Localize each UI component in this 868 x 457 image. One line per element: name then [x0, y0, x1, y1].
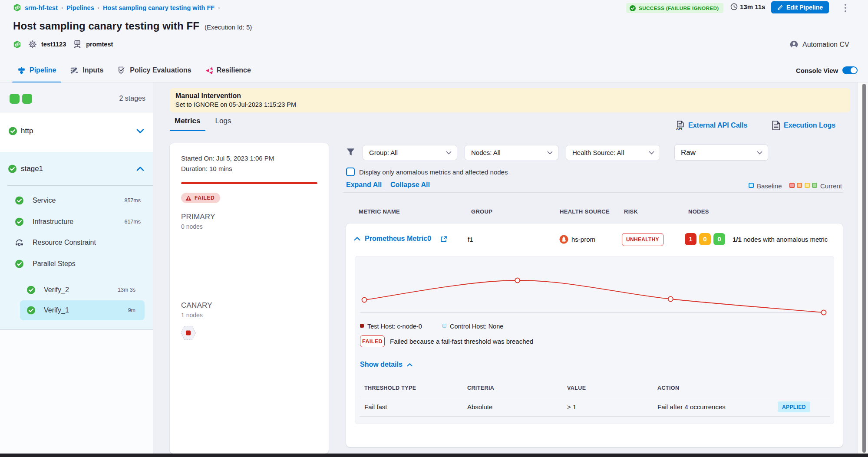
stage-status-square — [10, 94, 20, 104]
threshold-type-cell: Fail fast — [364, 403, 387, 411]
tab-inputs[interactable]: Inputs — [65, 58, 109, 82]
success-check-icon — [8, 164, 17, 173]
metric-timeseries-chart[interactable] — [355, 256, 835, 317]
success-check-icon — [15, 218, 23, 226]
step-item-verify-1[interactable]: Verify_1 9m — [0, 300, 153, 321]
divider — [360, 416, 830, 417]
chevron-down-icon — [649, 151, 654, 155]
stage-status-square — [22, 94, 32, 104]
raw-mode-dropdown[interactable]: Raw — [674, 145, 768, 161]
success-check-icon — [9, 127, 17, 135]
chevron-down-icon[interactable] — [136, 129, 144, 134]
execution-logs-link[interactable]: Execution Logs — [772, 121, 835, 130]
srm-module-icon — [13, 3, 21, 12]
expand-all-link[interactable]: Expand All — [346, 181, 382, 189]
console-view-control: Console View — [796, 58, 858, 82]
pencil-icon — [777, 4, 783, 10]
external-api-calls-link[interactable]: API External API Calls — [676, 121, 747, 130]
metric-name-link[interactable]: Prometheus Metric0 — [365, 235, 431, 243]
canary-node-count: 1 nodes — [181, 312, 203, 319]
view-tabs: Pipeline Inputs Policy Evaluations Resil… — [12, 58, 256, 82]
health-source-filter-dropdown[interactable]: Health Source: All — [566, 145, 660, 160]
status-badge: SUCCESS (FAILURE IGNORED) — [626, 3, 723, 13]
service-env-icon — [73, 40, 82, 49]
primary-node-count: 0 nodes — [181, 223, 203, 230]
criteria-cell: Absolute — [467, 403, 492, 411]
stage-item-stage1[interactable]: stage1 — [0, 152, 153, 185]
nodes-summary: 1/1 nodes with anomalous metric — [733, 236, 828, 243]
filter-funnel-icon[interactable] — [346, 148, 355, 157]
group-filter-dropdown[interactable]: Group: All — [363, 145, 457, 160]
column-criteria: CRITERIA — [467, 385, 494, 391]
column-action: ACTION — [657, 385, 679, 391]
collapse-row-chevron-icon[interactable] — [354, 237, 360, 241]
breadcrumb-project[interactable]: srm-hf-test — [25, 4, 58, 11]
tab-pipeline[interactable]: Pipeline — [12, 58, 61, 82]
breadcrumb-pipelines[interactable]: Pipelines — [66, 4, 94, 11]
column-metric-name: METRIC NAME — [359, 208, 400, 215]
nodes-filter-dropdown[interactable]: Nodes: All — [465, 145, 558, 160]
pipeline-meta: test1123 promtest — [13, 39, 113, 49]
legend-baseline-label: Baseline — [757, 182, 782, 190]
execution-stages-sidebar: 2 stages http stage1 Service 857ms Infra… — [0, 82, 153, 454]
breadcrumb: srm-hf-test › Pipelines › Host sampling … — [13, 3, 220, 12]
node-count-amber: 0 — [699, 233, 711, 245]
anomalous-only-checkbox[interactable] — [346, 168, 355, 176]
primary-group-label: PRIMARY — [181, 213, 215, 221]
user-name: Automation CV — [802, 41, 849, 49]
control-host-swatch — [442, 324, 446, 328]
risk-badge-unhealthy: UNHEALTHY — [622, 233, 663, 246]
step-item-infrastructure[interactable]: Infrastructure 617ms — [0, 211, 153, 232]
step-item-service[interactable]: Service 857ms — [0, 190, 153, 211]
step-item-resource-constraint[interactable]: Resource Constraint — [0, 232, 153, 253]
more-options-menu[interactable] — [842, 2, 849, 14]
metric-detail-panel: Test Host: c-node-0 Control Host: None F… — [355, 256, 834, 424]
scrollbar-thumb[interactable] — [862, 84, 866, 453]
column-threshold-type: THRESHOLD TYPE — [364, 385, 416, 391]
anomalous-only-label: Display only anomalous metrics and affec… — [359, 168, 508, 176]
step-item-verify-2[interactable]: Verify_2 13m 3s — [0, 279, 153, 300]
shield-check-icon — [117, 66, 126, 75]
collapse-all-link[interactable]: Collapse All — [390, 181, 430, 189]
success-check-icon — [15, 197, 23, 205]
stage-item-http[interactable]: http — [0, 112, 153, 150]
service-name[interactable]: test1123 — [41, 41, 66, 48]
view-tabbar: Pipeline Inputs Policy Evaluations Resil… — [0, 58, 868, 82]
breadcrumb-separator: › — [61, 4, 63, 11]
show-details-link[interactable]: Show details — [360, 361, 413, 368]
breadcrumb-separator: › — [98, 4, 99, 11]
tab-policy-evaluations[interactable]: Policy Evaluations — [112, 58, 196, 82]
console-view-label: Console View — [796, 67, 838, 74]
banner-title: Manual Intervention — [175, 92, 845, 100]
column-group: GROUP — [471, 208, 492, 215]
gear-icon — [28, 40, 37, 49]
window-bottom-edge — [0, 454, 868, 457]
srm-module-icon — [13, 40, 21, 49]
check-circle-icon — [630, 5, 636, 11]
step-item-parallel-steps[interactable]: Parallel Steps — [0, 253, 153, 274]
console-view-toggle[interactable] — [842, 66, 858, 74]
document-icon — [772, 121, 780, 130]
metric-accordion-card: Prometheus Metric0 f1 hs-prom UNHEALTHY … — [346, 224, 843, 447]
divider — [343, 192, 843, 193]
tab-resilience[interactable]: Resilience — [200, 58, 256, 82]
clock-icon — [730, 3, 738, 10]
stage-group-stage1: stage1 Service 857ms Infrastructure 617m… — [0, 152, 153, 330]
scrollbar-track[interactable] — [858, 82, 868, 454]
breadcrumb-pipeline-name[interactable]: Host sampling canary testing with FF — [103, 4, 215, 11]
api-calls-icon: API — [676, 121, 685, 130]
connector-name[interactable]: promtest — [86, 41, 113, 48]
pipeline-icon — [17, 66, 26, 75]
tab-metrics[interactable]: Metrics — [170, 117, 205, 131]
legend-current-red-swatch — [789, 183, 795, 188]
breadcrumb-separator: › — [218, 4, 220, 11]
edit-pipeline-button[interactable]: Edit Pipeline — [771, 1, 829, 13]
tab-logs[interactable]: Logs — [211, 117, 236, 131]
canary-node-hexagon[interactable] — [180, 325, 196, 340]
legend-current-label: Current — [820, 182, 842, 190]
chevron-up-icon[interactable] — [136, 166, 144, 171]
external-link-icon[interactable] — [440, 236, 447, 243]
node-count-red: 1 — [685, 233, 696, 245]
metrics-logs-tabs: Metrics Logs — [170, 117, 236, 131]
chevron-down-icon — [446, 151, 452, 155]
